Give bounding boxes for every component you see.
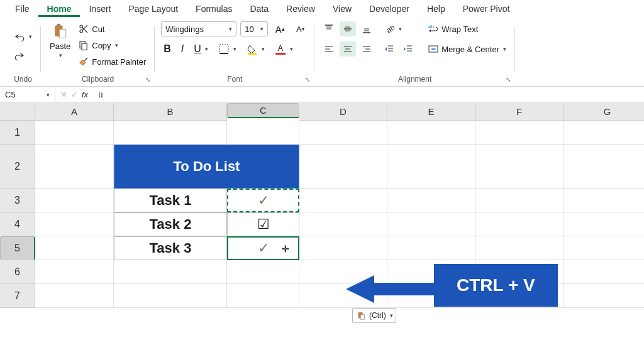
cell-F3[interactable]	[475, 189, 564, 212]
increase-font-button[interactable]: A▴	[272, 21, 288, 36]
row-header-6[interactable]: 6	[0, 260, 35, 284]
tab-help[interactable]: Help	[418, 1, 454, 16]
redo-button[interactable]	[11, 48, 28, 63]
cell-C1[interactable]	[227, 121, 299, 145]
font-size-select[interactable]: 10▾	[240, 21, 268, 36]
format-painter-button[interactable]: Format Painter	[75, 54, 148, 69]
cell-G3[interactable]	[564, 189, 644, 212]
align-bottom-button[interactable]	[358, 21, 375, 36]
cell-E2[interactable]	[387, 145, 475, 189]
row-header-2[interactable]: 2	[0, 145, 35, 189]
row-header-1[interactable]: 1	[0, 121, 35, 145]
paste-button[interactable]: Paste ▾	[47, 21, 73, 60]
bold-button[interactable]: B	[161, 41, 174, 57]
align-middle-button[interactable]	[340, 21, 356, 36]
wrap-text-button[interactable]: ab Wrap Text	[425, 21, 509, 36]
tab-view[interactable]: View	[324, 1, 360, 16]
tab-review[interactable]: Review	[277, 1, 324, 16]
decrease-indent-button[interactable]	[381, 41, 397, 57]
merge-center-button[interactable]: Merge & Center ▾	[425, 41, 509, 57]
task-cell-5[interactable]: Task 3	[114, 236, 227, 260]
cut-button[interactable]: Cut	[75, 21, 148, 36]
cell-A3[interactable]	[35, 189, 114, 212]
cell-B7[interactable]	[114, 284, 227, 308]
cell-D4[interactable]	[299, 212, 387, 236]
cell-F4[interactable]	[475, 212, 564, 236]
column-header-C[interactable]: C	[227, 103, 299, 118]
cell-B6[interactable]	[114, 260, 227, 284]
cell-F5[interactable]	[475, 236, 564, 260]
checkmark-cell-3[interactable]: ✓	[227, 189, 299, 212]
cell-F1[interactable]	[475, 121, 564, 145]
cell-D5[interactable]	[299, 236, 387, 260]
column-header-A[interactable]: A	[35, 103, 114, 121]
cell-C6[interactable]	[227, 260, 299, 284]
cell-E5[interactable]	[387, 236, 475, 260]
orientation-button[interactable]: ab▾	[381, 21, 404, 36]
fill-color-button[interactable]: ▾	[244, 41, 267, 57]
align-left-button[interactable]	[321, 41, 337, 57]
tab-page-layout[interactable]: Page Layout	[119, 1, 187, 16]
tab-insert[interactable]: Insert	[80, 1, 119, 16]
cell-A5[interactable]	[35, 236, 114, 260]
align-right-button[interactable]	[358, 41, 375, 57]
cell-C7[interactable]	[227, 284, 299, 308]
checkmark-cell-4[interactable]: ☑	[227, 212, 299, 236]
copy-button[interactable]: Copy ▾	[75, 38, 148, 53]
cell-G7[interactable]	[564, 284, 644, 308]
underline-button[interactable]: U▾	[191, 41, 211, 57]
cell-E1[interactable]	[387, 121, 475, 145]
decrease-font-button[interactable]: A▾	[292, 21, 308, 36]
cell-D1[interactable]	[299, 121, 387, 145]
row-header-3[interactable]: 3	[0, 189, 35, 212]
undo-button[interactable]: ▾	[11, 29, 35, 44]
align-center-button[interactable]	[340, 41, 356, 57]
column-header-E[interactable]: E	[387, 103, 475, 121]
cell-G6[interactable]	[564, 260, 644, 284]
row-header-5[interactable]: 5	[0, 236, 35, 260]
paste-options-button[interactable]: (Ctrl) ▾	[352, 308, 396, 323]
cell-D3[interactable]	[299, 189, 387, 212]
cell-G4[interactable]	[564, 212, 644, 236]
cell-A7[interactable]	[35, 284, 114, 308]
name-box[interactable]: C5▾	[0, 87, 55, 102]
dialog-launcher-icon[interactable]: ⤡	[143, 75, 152, 84]
column-header-B[interactable]: B	[114, 103, 227, 121]
tab-formulas[interactable]: Formulas	[187, 1, 241, 16]
tab-data[interactable]: Data	[241, 1, 277, 16]
cell-D2[interactable]	[299, 145, 387, 189]
column-header-D[interactable]: D	[299, 103, 387, 121]
cell-E3[interactable]	[387, 189, 475, 212]
cell-A6[interactable]	[35, 260, 114, 284]
fx-icon[interactable]: fx	[82, 90, 88, 99]
cell-F2[interactable]	[475, 145, 564, 189]
row-header-4[interactable]: 4	[0, 212, 35, 236]
tab-home[interactable]: Home	[38, 1, 80, 17]
cell-G2[interactable]	[564, 145, 644, 189]
increase-indent-button[interactable]	[400, 41, 416, 57]
dialog-launcher-icon[interactable]: ⤡	[303, 75, 312, 84]
cell-G1[interactable]	[564, 121, 644, 145]
cell-B1[interactable]	[114, 121, 227, 145]
formula-input[interactable]: ü	[93, 90, 644, 99]
column-header-G[interactable]: G	[564, 103, 644, 121]
tab-file[interactable]: File	[6, 1, 38, 16]
cell-E4[interactable]	[387, 212, 475, 236]
select-all-corner[interactable]	[0, 103, 35, 121]
cell-A4[interactable]	[35, 212, 114, 236]
row-header-7[interactable]: 7	[0, 284, 35, 308]
dialog-launcher-icon[interactable]: ⤡	[504, 75, 513, 84]
cancel-formula-icon[interactable]: ✕	[60, 90, 67, 99]
task-cell-4[interactable]: Task 2	[114, 212, 227, 236]
tab-developer[interactable]: Developer	[360, 1, 418, 16]
align-top-button[interactable]	[321, 21, 337, 36]
cell-G5[interactable]	[564, 236, 644, 260]
tab-power-pivot[interactable]: Power Pivot	[454, 1, 519, 16]
font-name-select[interactable]: Wingdings▾	[161, 21, 236, 36]
enter-formula-icon[interactable]: ✓	[71, 90, 78, 99]
italic-button[interactable]: I	[179, 41, 186, 57]
column-header-F[interactable]: F	[475, 103, 564, 121]
borders-button[interactable]: ▾	[216, 41, 239, 57]
todo-header-cell[interactable]: To Do List	[114, 145, 299, 189]
cell-A1[interactable]	[35, 121, 114, 145]
